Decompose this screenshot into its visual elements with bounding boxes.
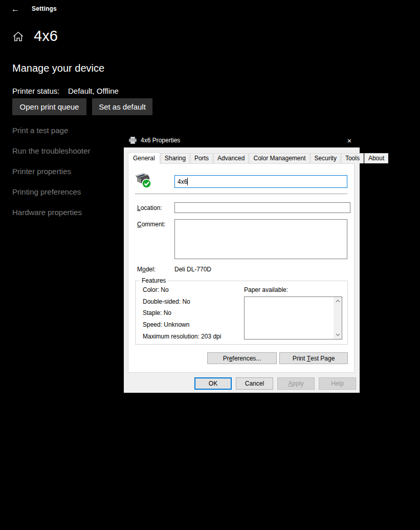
print-test-page-button[interactable]: Print Test Page [279,352,348,364]
general-tab-page: Location: Comment: Model: Deli DL-770D F… [128,163,355,373]
set-as-default-button[interactable]: Set as default [92,98,152,115]
preferences-button[interactable]: Preferences... [207,352,277,364]
model-label: Model: [137,266,156,273]
tab-general[interactable]: General [128,152,160,164]
comment-input[interactable] [174,219,347,259]
link-run-troubleshooter[interactable]: Run the troubleshooter [12,146,91,155]
location-input[interactable] [174,202,350,213]
paper-available-listbox[interactable] [244,296,342,340]
paper-available-label: Paper available: [244,286,288,293]
tab-security[interactable]: Security [311,153,341,163]
printer-status-value: Default, Offline [68,87,119,95]
tab-about[interactable]: About [364,153,388,163]
location-label: Location: [137,204,162,211]
home-icon [12,31,24,45]
features-list: Color: No Double-sided: No Staple: No Sp… [143,284,221,342]
printer-small-icon [129,137,137,144]
feature-max-resolution: Maximum resolution: 203 dpi [143,331,221,343]
paper-list-scrollbar[interactable] [334,297,342,339]
feature-color: Color: No [143,284,221,296]
app-title: Settings [32,5,57,12]
close-icon[interactable]: × [339,133,360,147]
printer-properties-dialog: 4x6 Properties × General Sharing Ports A… [124,133,360,393]
features-groupbox: Features Color: No Double-sided: No Stap… [135,281,348,345]
features-group-label: Features [140,277,168,284]
tab-color-management[interactable]: Color Management [249,153,310,163]
printer-name-input[interactable] [174,175,347,188]
dialog-body: General Sharing Ports Advanced Color Man… [124,147,360,393]
back-icon[interactable]: ← [7,3,24,15]
tab-advanced[interactable]: Advanced [213,153,249,163]
cancel-button[interactable]: Cancel [236,377,273,390]
text-caret [187,178,188,185]
link-print-test-page[interactable]: Print a test page [12,126,68,135]
model-value: Deli DL-770D [174,266,211,273]
comment-label: Comment: [137,221,165,228]
ok-button[interactable]: OK [194,377,232,390]
link-hardware-properties[interactable]: Hardware properties [12,208,82,217]
tab-bar: General Sharing Ports Advanced Color Man… [128,153,389,163]
tab-tools[interactable]: Tools [341,153,364,163]
dialog-titlebar[interactable]: 4x6 Properties × [124,133,360,147]
separator [135,194,347,194]
printer-status-label: Printer status: [12,87,60,95]
tab-ports[interactable]: Ports [190,153,213,163]
open-print-queue-button[interactable]: Open print queue [12,98,86,115]
apply-button: Apply [277,377,315,390]
help-button: Help [319,377,356,390]
printer-name-input-field[interactable] [175,176,347,187]
printer-icon [134,172,153,191]
screen: ← Settings 4x6 Manage your device Printe… [0,0,420,530]
feature-staple: Staple: No [143,307,221,319]
dialog-title: 4x6 Properties [141,137,180,144]
feature-speed: Speed: Unknown [143,319,221,331]
section-heading: Manage your device [12,62,104,74]
page-title: 4x6 [34,28,58,45]
scroll-up-icon[interactable] [334,297,342,305]
link-printing-preferences[interactable]: Printing preferences [12,187,81,196]
tab-sharing[interactable]: Sharing [161,153,190,163]
link-printer-properties[interactable]: Printer properties [12,167,71,176]
scroll-down-icon[interactable] [334,331,342,339]
feature-double-sided: Double-sided: No [143,296,221,308]
